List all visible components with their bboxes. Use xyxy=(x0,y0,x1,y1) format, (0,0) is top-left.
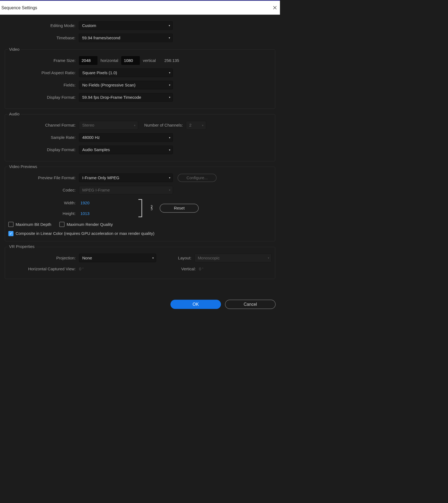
composite-linear-color-label: Composite in Linear Color (requires GPU … xyxy=(16,231,155,236)
frame-size-label: Frame Size: xyxy=(8,58,79,63)
chevron-down-icon: ▾ xyxy=(169,36,170,40)
codec-value: MPEG I-Frame xyxy=(82,188,110,193)
vert-label: Vertical: xyxy=(164,267,196,271)
max-render-quality-label: Maximum Render Quality xyxy=(67,222,113,227)
dialog-title: Sequence Settings xyxy=(1,5,37,10)
hcap-value: 0 xyxy=(79,267,81,271)
fields-label: Fields: xyxy=(8,83,79,88)
bracket-icon xyxy=(137,198,144,218)
chevron-down-icon: ▾ xyxy=(169,83,170,87)
frame-width-input[interactable] xyxy=(79,56,97,65)
reset-button[interactable]: Reset xyxy=(160,204,199,213)
chevron-down-icon: ▾ xyxy=(169,136,170,139)
chevron-down-icon: ▾ xyxy=(169,176,170,179)
editing-mode-value: Custom xyxy=(82,23,96,28)
preview-width-label: Width: xyxy=(8,200,79,205)
editing-mode-select[interactable]: Custom ▾ xyxy=(79,21,173,30)
fields-select[interactable]: No Fields (Progressive Scan) ▾ xyxy=(79,81,173,89)
link-icon[interactable] xyxy=(150,205,154,211)
ok-button[interactable]: OK xyxy=(170,300,221,309)
video-display-format-label: Display Format: xyxy=(8,95,79,100)
horizontal-label: horizontal xyxy=(100,58,118,63)
video-display-format-value: 59.94 fps Drop-Frame Timecode xyxy=(82,95,141,100)
audio-group: Audio Channel Format: Stereo ▾ Number of… xyxy=(5,114,275,161)
video-previews-group: Video Previews Preview File Format: I-Fr… xyxy=(5,167,275,241)
projection-label: Projection: xyxy=(8,256,79,261)
max-bit-depth-checkbox[interactable] xyxy=(8,222,14,227)
chevron-down-icon: ▾ xyxy=(169,148,170,151)
audio-legend: Audio xyxy=(8,112,21,116)
timebase-value: 59.94 frames/second xyxy=(82,35,120,40)
audio-display-format-label: Display Format: xyxy=(8,148,79,152)
par-value: Square Pixels (1.0) xyxy=(82,70,117,75)
projection-value: None xyxy=(82,256,92,261)
composite-linear-color-checkbox[interactable]: ✓ xyxy=(8,231,14,236)
audio-display-format-value: Audio Samples xyxy=(82,148,110,152)
sequence-settings-dialog: Sequence Settings Editing Mode: Custom ▾… xyxy=(0,0,280,315)
titlebar: Sequence Settings xyxy=(0,1,280,15)
chevron-down-icon: ▾ xyxy=(169,71,170,74)
channel-format-select: Stereo ▾ xyxy=(79,121,138,130)
layout-value: Monoscopic xyxy=(198,256,219,261)
channel-number-select: 2 ▾ xyxy=(186,121,206,130)
degree-icon: ° xyxy=(202,267,203,271)
codec-select: MPEG I-Frame ▾ xyxy=(79,186,173,194)
audio-display-format-select[interactable]: Audio Samples ▾ xyxy=(79,146,173,154)
preview-height-value[interactable]: 1013 xyxy=(80,211,89,216)
video-previews-legend: Video Previews xyxy=(8,164,38,169)
codec-label: Codec: xyxy=(8,188,79,193)
chevron-down-icon: ▾ xyxy=(169,188,170,192)
configure-button: Configure... xyxy=(178,174,217,182)
video-display-format-select[interactable]: 59.94 fps Drop-Frame Timecode ▾ xyxy=(79,93,173,101)
frame-height-input[interactable] xyxy=(121,56,140,65)
aspect-ratio-text: 256:135 xyxy=(164,58,179,63)
max-render-quality-checkbox[interactable] xyxy=(60,222,65,227)
preview-file-format-select[interactable]: I-Frame Only MPEG ▾ xyxy=(79,173,173,182)
sample-rate-label: Sample Rate: xyxy=(8,135,79,140)
chevron-down-icon: ▾ xyxy=(152,256,154,260)
preview-file-format-label: Preview File Format: xyxy=(8,175,79,180)
channel-format-label: Channel Format: xyxy=(8,123,79,128)
par-label: Pixel Aspect Ratio: xyxy=(8,70,79,75)
vertical-label: vertical xyxy=(143,58,156,63)
video-legend: Video xyxy=(8,47,21,52)
sample-rate-select[interactable]: 48000 Hz ▾ xyxy=(79,133,173,142)
hcap-label: Horizontal Captured View: xyxy=(8,267,79,271)
preview-file-format-value: I-Frame Only MPEG xyxy=(82,175,119,180)
channel-format-value: Stereo xyxy=(82,123,94,128)
timebase-label: Timebase: xyxy=(5,35,79,40)
layout-label: Layout: xyxy=(178,256,191,261)
video-group: Video Frame Size: horizontal vertical 25… xyxy=(5,49,275,109)
chevron-down-icon: ▾ xyxy=(268,256,269,260)
max-bit-depth-label: Maximum Bit Depth xyxy=(16,222,51,227)
channel-number-label: Number of Channels: xyxy=(144,123,183,128)
projection-select[interactable]: None ▾ xyxy=(79,254,156,262)
vr-properties-group: VR Properties Projection: None ▾ Layout:… xyxy=(5,247,275,279)
preview-height-label: Height: xyxy=(8,211,79,216)
editing-mode-label: Editing Mode: xyxy=(5,23,79,28)
chevron-down-icon: ▾ xyxy=(169,96,170,99)
preview-width-value[interactable]: 1920 xyxy=(80,200,89,205)
chevron-down-icon: ▾ xyxy=(202,124,203,127)
layout-select: Monoscopic ▾ xyxy=(195,254,272,262)
sample-rate-value: 48000 Hz xyxy=(82,135,100,140)
chevron-down-icon: ▾ xyxy=(134,124,135,127)
cancel-button[interactable]: Cancel xyxy=(225,300,275,309)
degree-icon: ° xyxy=(82,267,84,271)
close-button[interactable] xyxy=(272,5,278,11)
chevron-down-icon: ▾ xyxy=(169,24,170,27)
vert-value: 0 xyxy=(199,267,201,271)
channel-number-value: 2 xyxy=(189,123,191,128)
vr-legend: VR Properties xyxy=(8,244,36,249)
fields-value: No Fields (Progressive Scan) xyxy=(82,83,135,88)
timebase-select[interactable]: 59.94 frames/second ▾ xyxy=(79,34,173,42)
par-select[interactable]: Square Pixels (1.0) ▾ xyxy=(79,68,173,77)
